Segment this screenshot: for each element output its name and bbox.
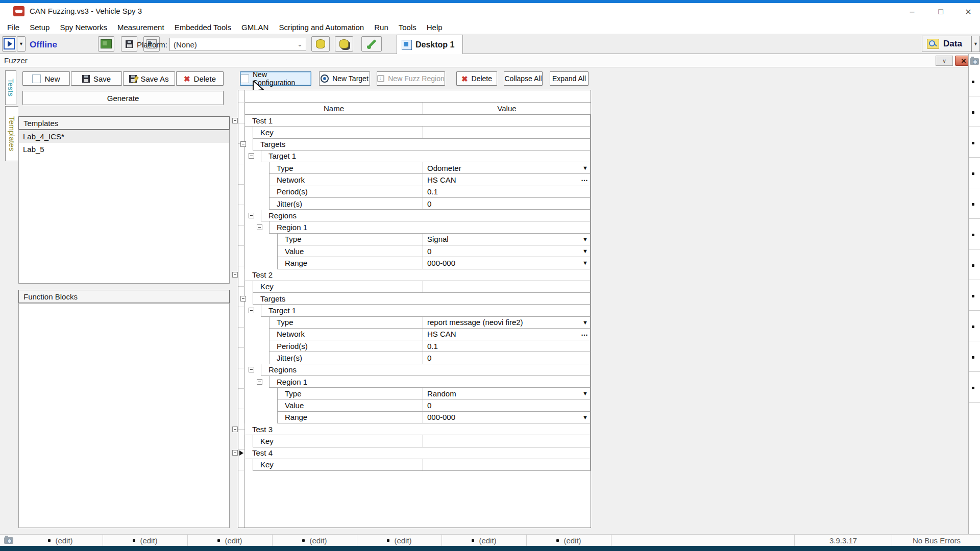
dropdown-arrow-icon[interactable]: ▼ bbox=[582, 260, 588, 266]
dropdown-arrow-icon[interactable]: ▼ bbox=[582, 319, 588, 325]
tree-row-targets[interactable]: Targets bbox=[253, 293, 591, 305]
tree-row-type-value[interactable]: Signal▼ bbox=[423, 234, 591, 245]
tree-row-type-name[interactable]: Type bbox=[269, 317, 423, 329]
collapse-all-button[interactable]: Collapse All bbox=[504, 71, 543, 86]
status-edit-segment[interactable]: (edit) bbox=[273, 535, 357, 546]
database-button[interactable] bbox=[311, 36, 330, 52]
tree-row-key-value[interactable] bbox=[423, 281, 591, 293]
menu-spy-networks[interactable]: Spy Networks bbox=[55, 23, 112, 32]
new-configuration-button[interactable]: New Configuration bbox=[240, 71, 311, 86]
status-edit-segment[interactable]: (edit) bbox=[103, 535, 188, 546]
status-edit-segment[interactable]: (edit) bbox=[527, 535, 611, 546]
tree-row-regions[interactable]: Regions bbox=[261, 364, 591, 376]
template-item-lab-4-ics-[interactable]: Lab_4_ICS* bbox=[19, 130, 229, 143]
expander-minus-icon[interactable] bbox=[240, 141, 246, 147]
tree-row-type-value[interactable]: Odometer▼ bbox=[423, 162, 591, 174]
menu-run[interactable]: Run bbox=[369, 23, 394, 32]
expander-minus-icon[interactable] bbox=[240, 296, 246, 302]
expander-minus-icon[interactable] bbox=[232, 450, 238, 456]
tree-row-targets[interactable]: Targets bbox=[253, 139, 591, 151]
menu-gmlan[interactable]: GMLAN bbox=[236, 23, 274, 32]
tree-row-jitter-s--value[interactable]: 0 bbox=[423, 198, 591, 210]
data-dropdown[interactable]: ▼ bbox=[971, 36, 980, 52]
tree-row-type-name[interactable]: Type bbox=[277, 388, 423, 399]
tree-row-value-name[interactable]: Value bbox=[277, 245, 423, 257]
save-as-button[interactable]: Save As bbox=[123, 71, 175, 86]
expander-minus-icon[interactable] bbox=[249, 153, 254, 159]
run-button[interactable] bbox=[2, 36, 16, 52]
new-button[interactable]: New bbox=[22, 71, 70, 86]
dropdown-arrow-icon[interactable]: ▼ bbox=[582, 414, 588, 420]
tree-row-key-value[interactable] bbox=[423, 459, 591, 471]
hardware-button[interactable] bbox=[98, 36, 114, 52]
tree-row-test-2[interactable]: Test 2 bbox=[244, 269, 591, 281]
platform-select[interactable]: (None) ⌄ bbox=[169, 38, 306, 51]
expander-minus-icon[interactable] bbox=[249, 213, 254, 218]
status-edit-segment[interactable]: (edit) bbox=[188, 535, 273, 546]
tree-row-type-name[interactable]: Type bbox=[269, 162, 423, 174]
tree-row-network-value[interactable]: HS CAN… bbox=[423, 174, 591, 186]
expander-minus-icon[interactable] bbox=[249, 367, 254, 372]
status-edit-segment[interactable]: (edit) bbox=[442, 535, 527, 546]
tree-row-value-value[interactable]: 0 bbox=[423, 399, 591, 411]
column-header-value[interactable]: Value bbox=[423, 103, 591, 115]
panel-collapse-button[interactable]: ∨ bbox=[936, 56, 953, 66]
dropdown-arrow-icon[interactable]: ▼ bbox=[582, 248, 588, 254]
tree-row-period-s--name[interactable]: Period(s) bbox=[269, 186, 423, 198]
new-fuzz-region-button[interactable]: New Fuzz Region bbox=[377, 71, 445, 86]
tree-row-target-1[interactable]: Target 1 bbox=[261, 151, 591, 162]
ellipsis-button[interactable]: … bbox=[581, 174, 588, 183]
minimize-button[interactable]: – bbox=[902, 5, 922, 18]
titlebar[interactable]: CAN Fuzzing.vs3 - Vehicle Spy 3 – □ ✕ bbox=[0, 3, 980, 20]
tree-row-jitter-s--name[interactable]: Jitter(s) bbox=[269, 198, 423, 210]
menu-setup[interactable]: Setup bbox=[24, 23, 55, 32]
tree-row-range-value[interactable]: 000-000▼ bbox=[423, 412, 591, 423]
menu-file[interactable]: File bbox=[2, 23, 24, 32]
tree-row-key-name[interactable]: Key bbox=[253, 281, 423, 293]
run-dropdown[interactable]: ▼ bbox=[17, 36, 26, 52]
tab-templates[interactable]: Templates bbox=[5, 106, 18, 161]
tree-row-region-1[interactable]: Region 1 bbox=[269, 376, 591, 388]
tree-row-network-value[interactable]: HS CAN… bbox=[423, 329, 591, 340]
tree-row-type-value[interactable]: Random▼ bbox=[423, 388, 591, 399]
tree-delete-button[interactable]: ✖ Delete bbox=[456, 71, 497, 86]
menu-measurement[interactable]: Measurement bbox=[112, 23, 169, 32]
tree-row-region-1[interactable]: Region 1 bbox=[269, 221, 591, 233]
expander-minus-icon[interactable] bbox=[257, 379, 262, 385]
tree-row-key-value[interactable] bbox=[423, 127, 591, 138]
status-edit-segment[interactable]: (edit) bbox=[18, 535, 103, 546]
expand-all-button[interactable]: Expand All bbox=[550, 71, 589, 86]
menu-help[interactable]: Help bbox=[422, 23, 448, 32]
expander-minus-icon[interactable] bbox=[232, 272, 238, 278]
tools-button[interactable] bbox=[361, 36, 382, 52]
menu-tools[interactable]: Tools bbox=[394, 23, 422, 32]
expander-minus-icon[interactable] bbox=[232, 118, 238, 123]
tree-row-network-name[interactable]: Network bbox=[269, 174, 423, 186]
save-button[interactable]: Save bbox=[71, 71, 122, 86]
ellipsis-button[interactable]: … bbox=[581, 329, 588, 337]
tree-row-key-name[interactable]: Key bbox=[253, 127, 423, 138]
generate-button[interactable]: Generate bbox=[22, 91, 224, 105]
camera-icon[interactable] bbox=[4, 537, 13, 544]
tree-row-test-1[interactable]: Test 1 bbox=[244, 115, 591, 127]
database-save-button[interactable] bbox=[335, 36, 353, 52]
tab-tests[interactable]: Tests bbox=[5, 70, 16, 105]
tree-row-test-3[interactable]: Test 3 bbox=[244, 423, 591, 435]
tree-row-value-name[interactable]: Value bbox=[277, 399, 423, 411]
template-item-lab-5[interactable]: Lab_5 bbox=[19, 143, 229, 156]
save-setup-button[interactable] bbox=[121, 36, 137, 52]
close-button[interactable]: ✕ bbox=[958, 5, 978, 18]
tree-row-period-s--value[interactable]: 0.1 bbox=[423, 340, 591, 352]
dropdown-arrow-icon[interactable]: ▼ bbox=[582, 390, 588, 396]
dropdown-arrow-icon[interactable]: ▼ bbox=[582, 236, 588, 242]
expander-minus-icon[interactable] bbox=[257, 224, 262, 230]
menu-embedded-tools[interactable]: Embedded Tools bbox=[169, 23, 236, 32]
data-button[interactable]: Data bbox=[922, 36, 971, 52]
tree-row-type-name[interactable]: Type bbox=[277, 234, 423, 245]
tree-row-target-1[interactable]: Target 1 bbox=[261, 305, 591, 316]
tree-row-key-name[interactable]: Key bbox=[253, 459, 423, 471]
tree-row-range-name[interactable]: Range bbox=[277, 257, 423, 269]
expander-minus-icon[interactable] bbox=[249, 308, 254, 313]
tab-desktop-1[interactable]: Desktop 1 bbox=[397, 35, 463, 54]
tree-row-key-value[interactable] bbox=[423, 435, 591, 447]
